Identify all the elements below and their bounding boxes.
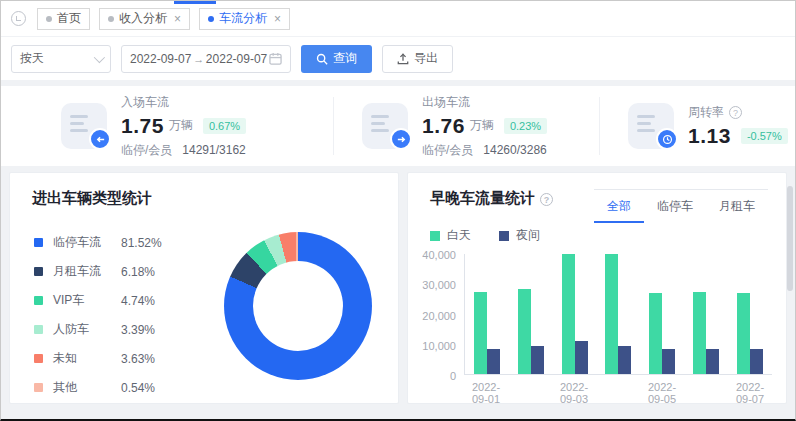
export-button-label: 导出 [414,50,438,67]
page-tab-bar: 首页 收入分析 × 车流分析 × [1,1,795,36]
plot-area [464,254,772,375]
x-tick-label: 2022-09-03 [552,381,596,405]
bar-白天[interactable] [518,289,531,374]
donut-chart[interactable] [224,232,372,380]
x-axis-labels: 2022-09-012022-09-032022-09-052022-09-07 [464,375,772,405]
bar-夜间[interactable] [618,346,631,374]
help-icon[interactable]: ? [729,106,742,119]
tab-home[interactable]: 首页 [37,8,90,30]
legend-swatch-icon [34,354,43,363]
donut-legend: 临停车流81.52%月租车流6.18%VIP车4.74%人防车3.39%未知3.… [34,228,194,402]
x-tick-label: 2022-09-05 [640,381,684,405]
bar-group [605,254,631,374]
filter-bar: 按天 2022-09-07 → 2022-09-07 查询 导出 [1,36,795,80]
bar-白天[interactable] [562,254,575,374]
bar-chart-legend: 白天夜间 [430,227,786,244]
legend-swatch-icon [34,267,43,276]
flow-chart-tabs: 全部临停车月租车 [594,189,768,223]
y-tick-label: 40,000 [422,249,456,261]
y-tick-label: 10,000 [422,340,456,352]
legend-label: 夜间 [516,227,540,244]
search-icon [316,53,328,65]
legend-value: 3.39% [121,323,155,337]
stat-delta-badge: 0.23% [504,118,547,134]
legend-item: 月租车流6.18% [34,257,194,286]
stat-delta-badge: 0.67% [203,118,246,134]
bar-夜间[interactable] [750,349,763,374]
legend-item: 其他0.54% [34,373,194,402]
date-range-input[interactable]: 2022-09-07 → 2022-09-07 [121,45,291,73]
tab-dot-icon [46,16,52,22]
query-button[interactable]: 查询 [301,45,372,73]
y-tick-label: 0 [450,370,456,382]
bar-chart[interactable]: 40,00030,00020,00010,0000 2022-09-012022… [418,254,772,405]
help-icon[interactable]: ? [540,193,553,206]
bar-group [518,289,544,374]
bar-group [737,293,763,374]
export-button[interactable]: 导出 [382,45,453,73]
bar-group [693,292,719,374]
stat-unit: 万辆 [169,117,193,134]
stat-exit-traffic: 出场车流 1.76 万辆 0.23% 临停/会员14260/3286 [333,97,599,155]
x-tick-label: 2022-09-07 [728,381,772,405]
stat-turnover-rate: 周转率? 1.13 -0.57% [599,97,795,155]
legend-label: VIP车 [53,292,121,309]
tab-traffic-analysis[interactable]: 车流分析 × [199,8,290,30]
legend-swatch-icon [34,238,43,247]
stat-sub-label: 临停/会员 [422,143,473,157]
tab-income-analysis[interactable]: 收入分析 × [99,8,190,30]
legend-label: 白天 [447,227,471,244]
flow-tab-3[interactable]: 月租车 [706,190,768,223]
chevron-down-icon [94,51,105,62]
bar-group [474,292,500,374]
legend-label: 未知 [53,350,121,367]
vehicle-type-card: 进出车辆类型统计 临停车流81.52%月租车流6.18%VIP车4.74%人防车… [9,172,399,404]
x-tick-label [684,381,728,405]
tab-label: 首页 [57,10,81,27]
legend-swatch-icon [430,231,440,241]
close-icon[interactable]: × [174,13,181,25]
bar-白天[interactable] [605,254,618,374]
dashboard-screen: 首页 收入分析 × 车流分析 × 按天 2022-09-07 → 2022-09… [0,0,796,421]
stat-sub-value: 14291/3162 [182,143,245,157]
legend-label: 人防车 [53,321,121,338]
charts-row: 进出车辆类型统计 临停车流81.52%月租车流6.18%VIP车4.74%人防车… [1,166,795,404]
bar-夜间[interactable] [487,349,500,374]
entry-traffic-icon [61,103,107,149]
granularity-select[interactable]: 按天 [11,45,111,73]
bar-白天[interactable] [693,292,706,374]
stat-sub-value: 14260/3286 [483,143,546,157]
refresh-icon[interactable] [11,11,26,26]
bar-白天[interactable] [737,293,750,374]
stat-value: 1.76 [422,114,465,138]
close-icon[interactable]: × [274,13,281,25]
legend-value: 0.54% [121,381,155,395]
legend-item: VIP车4.74% [34,286,194,315]
flow-tab-2[interactable]: 临停车 [644,190,706,223]
legend-item: 未知3.63% [34,344,194,373]
bar-白天[interactable] [474,292,487,374]
tab-label: 收入分析 [119,10,167,27]
bar-夜间[interactable] [575,341,588,374]
flow-tab-1[interactable]: 全部 [594,190,644,223]
page-scrollbar-thumb[interactable] [787,186,793,291]
bar-夜间[interactable] [662,349,675,374]
legend-item: 白天 [430,227,471,244]
tab-dot-icon [108,16,114,22]
bar-group [562,254,588,374]
legend-label: 其他 [53,379,121,396]
stat-entry-traffic: 入场车流 1.75 万辆 0.67% 临停/会员14291/3162 [1,97,333,155]
legend-item: 临停车流81.52% [34,228,194,257]
legend-value: 3.63% [121,352,155,366]
legend-value: 6.18% [121,265,155,279]
legend-item: 夜间 [499,227,540,244]
legend-value: 4.74% [121,294,155,308]
x-tick-label: 2022-09-01 [464,381,508,405]
date-start: 2022-09-07 [130,52,191,66]
bar-白天[interactable] [649,293,662,374]
arrow-right-icon [390,128,412,150]
date-separator: → [193,53,204,65]
bar-夜间[interactable] [531,346,544,374]
summary-stats-panel: 入场车流 1.75 万辆 0.67% 临停/会员14291/3162 出场车流 … [1,86,795,166]
bar-夜间[interactable] [706,349,719,374]
